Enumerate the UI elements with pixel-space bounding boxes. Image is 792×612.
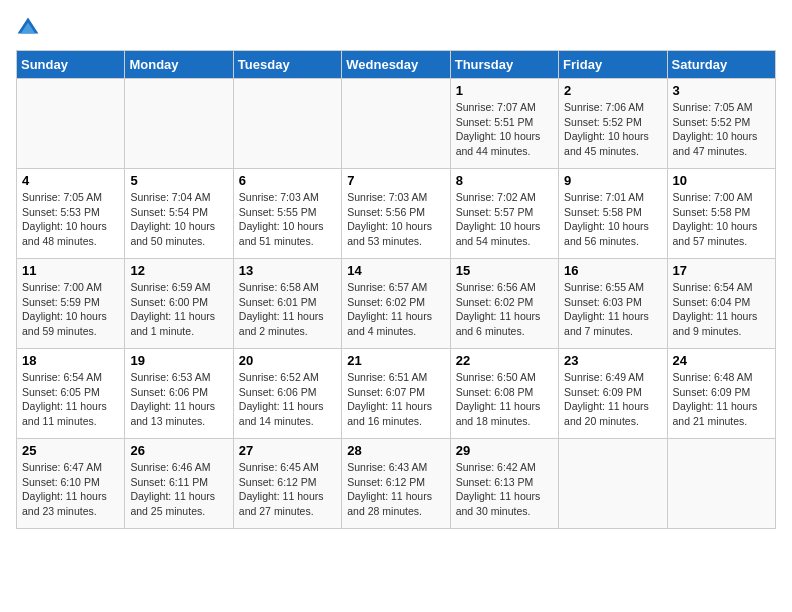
calendar-cell: 25Sunrise: 6:47 AMSunset: 6:10 PMDayligh… [17, 439, 125, 529]
header-wednesday: Wednesday [342, 51, 450, 79]
calendar-cell: 15Sunrise: 6:56 AMSunset: 6:02 PMDayligh… [450, 259, 558, 349]
day-info: Sunrise: 7:06 AMSunset: 5:52 PMDaylight:… [564, 100, 661, 159]
day-info: Sunrise: 6:52 AMSunset: 6:06 PMDaylight:… [239, 370, 336, 429]
calendar-cell: 4Sunrise: 7:05 AMSunset: 5:53 PMDaylight… [17, 169, 125, 259]
day-number: 20 [239, 353, 336, 368]
day-number: 11 [22, 263, 119, 278]
day-info: Sunrise: 6:50 AMSunset: 6:08 PMDaylight:… [456, 370, 553, 429]
header-monday: Monday [125, 51, 233, 79]
header-tuesday: Tuesday [233, 51, 341, 79]
day-number: 26 [130, 443, 227, 458]
day-number: 14 [347, 263, 444, 278]
day-number: 28 [347, 443, 444, 458]
calendar-cell: 27Sunrise: 6:45 AMSunset: 6:12 PMDayligh… [233, 439, 341, 529]
calendar-cell: 6Sunrise: 7:03 AMSunset: 5:55 PMDaylight… [233, 169, 341, 259]
day-info: Sunrise: 6:42 AMSunset: 6:13 PMDaylight:… [456, 460, 553, 519]
day-number: 8 [456, 173, 553, 188]
day-info: Sunrise: 6:46 AMSunset: 6:11 PMDaylight:… [130, 460, 227, 519]
day-info: Sunrise: 7:03 AMSunset: 5:55 PMDaylight:… [239, 190, 336, 249]
calendar-cell: 29Sunrise: 6:42 AMSunset: 6:13 PMDayligh… [450, 439, 558, 529]
day-number: 9 [564, 173, 661, 188]
week-row-3: 18Sunrise: 6:54 AMSunset: 6:05 PMDayligh… [17, 349, 776, 439]
day-info: Sunrise: 7:05 AMSunset: 5:53 PMDaylight:… [22, 190, 119, 249]
calendar-cell: 20Sunrise: 6:52 AMSunset: 6:06 PMDayligh… [233, 349, 341, 439]
calendar-cell [667, 439, 775, 529]
calendar-cell: 2Sunrise: 7:06 AMSunset: 5:52 PMDaylight… [559, 79, 667, 169]
day-number: 13 [239, 263, 336, 278]
calendar-cell: 17Sunrise: 6:54 AMSunset: 6:04 PMDayligh… [667, 259, 775, 349]
calendar-cell: 12Sunrise: 6:59 AMSunset: 6:00 PMDayligh… [125, 259, 233, 349]
day-number: 29 [456, 443, 553, 458]
day-info: Sunrise: 6:51 AMSunset: 6:07 PMDaylight:… [347, 370, 444, 429]
day-info: Sunrise: 7:01 AMSunset: 5:58 PMDaylight:… [564, 190, 661, 249]
day-number: 27 [239, 443, 336, 458]
calendar-cell [342, 79, 450, 169]
day-number: 5 [130, 173, 227, 188]
calendar-cell: 5Sunrise: 7:04 AMSunset: 5:54 PMDaylight… [125, 169, 233, 259]
day-number: 21 [347, 353, 444, 368]
day-info: Sunrise: 6:58 AMSunset: 6:01 PMDaylight:… [239, 280, 336, 339]
day-number: 19 [130, 353, 227, 368]
day-info: Sunrise: 7:04 AMSunset: 5:54 PMDaylight:… [130, 190, 227, 249]
day-number: 16 [564, 263, 661, 278]
calendar-cell: 16Sunrise: 6:55 AMSunset: 6:03 PMDayligh… [559, 259, 667, 349]
day-number: 24 [673, 353, 770, 368]
day-number: 23 [564, 353, 661, 368]
week-row-0: 1Sunrise: 7:07 AMSunset: 5:51 PMDaylight… [17, 79, 776, 169]
day-info: Sunrise: 6:54 AMSunset: 6:04 PMDaylight:… [673, 280, 770, 339]
calendar-cell: 26Sunrise: 6:46 AMSunset: 6:11 PMDayligh… [125, 439, 233, 529]
day-number: 6 [239, 173, 336, 188]
calendar-cell: 1Sunrise: 7:07 AMSunset: 5:51 PMDaylight… [450, 79, 558, 169]
calendar-cell [233, 79, 341, 169]
calendar-body: 1Sunrise: 7:07 AMSunset: 5:51 PMDaylight… [17, 79, 776, 529]
day-info: Sunrise: 6:43 AMSunset: 6:12 PMDaylight:… [347, 460, 444, 519]
calendar-cell: 22Sunrise: 6:50 AMSunset: 6:08 PMDayligh… [450, 349, 558, 439]
day-number: 10 [673, 173, 770, 188]
header-sunday: Sunday [17, 51, 125, 79]
day-number: 3 [673, 83, 770, 98]
day-number: 22 [456, 353, 553, 368]
calendar-table: SundayMondayTuesdayWednesdayThursdayFrid… [16, 50, 776, 529]
calendar-cell: 18Sunrise: 6:54 AMSunset: 6:05 PMDayligh… [17, 349, 125, 439]
calendar-cell: 28Sunrise: 6:43 AMSunset: 6:12 PMDayligh… [342, 439, 450, 529]
calendar-cell: 10Sunrise: 7:00 AMSunset: 5:58 PMDayligh… [667, 169, 775, 259]
day-info: Sunrise: 6:49 AMSunset: 6:09 PMDaylight:… [564, 370, 661, 429]
week-row-1: 4Sunrise: 7:05 AMSunset: 5:53 PMDaylight… [17, 169, 776, 259]
header-saturday: Saturday [667, 51, 775, 79]
calendar-cell: 3Sunrise: 7:05 AMSunset: 5:52 PMDaylight… [667, 79, 775, 169]
calendar-cell: 23Sunrise: 6:49 AMSunset: 6:09 PMDayligh… [559, 349, 667, 439]
day-info: Sunrise: 7:00 AMSunset: 5:58 PMDaylight:… [673, 190, 770, 249]
day-info: Sunrise: 6:56 AMSunset: 6:02 PMDaylight:… [456, 280, 553, 339]
calendar-cell: 24Sunrise: 6:48 AMSunset: 6:09 PMDayligh… [667, 349, 775, 439]
day-info: Sunrise: 7:00 AMSunset: 5:59 PMDaylight:… [22, 280, 119, 339]
calendar-header: SundayMondayTuesdayWednesdayThursdayFrid… [17, 51, 776, 79]
day-number: 15 [456, 263, 553, 278]
day-info: Sunrise: 6:48 AMSunset: 6:09 PMDaylight:… [673, 370, 770, 429]
calendar-cell: 8Sunrise: 7:02 AMSunset: 5:57 PMDaylight… [450, 169, 558, 259]
header-friday: Friday [559, 51, 667, 79]
day-info: Sunrise: 6:57 AMSunset: 6:02 PMDaylight:… [347, 280, 444, 339]
week-row-2: 11Sunrise: 7:00 AMSunset: 5:59 PMDayligh… [17, 259, 776, 349]
day-info: Sunrise: 7:07 AMSunset: 5:51 PMDaylight:… [456, 100, 553, 159]
day-info: Sunrise: 6:53 AMSunset: 6:06 PMDaylight:… [130, 370, 227, 429]
day-info: Sunrise: 6:47 AMSunset: 6:10 PMDaylight:… [22, 460, 119, 519]
calendar-cell: 11Sunrise: 7:00 AMSunset: 5:59 PMDayligh… [17, 259, 125, 349]
calendar-cell: 19Sunrise: 6:53 AMSunset: 6:06 PMDayligh… [125, 349, 233, 439]
day-number: 4 [22, 173, 119, 188]
calendar-cell [559, 439, 667, 529]
header-thursday: Thursday [450, 51, 558, 79]
header-row: SundayMondayTuesdayWednesdayThursdayFrid… [17, 51, 776, 79]
calendar-cell: 9Sunrise: 7:01 AMSunset: 5:58 PMDaylight… [559, 169, 667, 259]
logo-icon [16, 16, 40, 40]
day-info: Sunrise: 6:55 AMSunset: 6:03 PMDaylight:… [564, 280, 661, 339]
calendar-cell [17, 79, 125, 169]
day-info: Sunrise: 7:02 AMSunset: 5:57 PMDaylight:… [456, 190, 553, 249]
day-number: 2 [564, 83, 661, 98]
page-header [16, 16, 776, 40]
day-number: 12 [130, 263, 227, 278]
day-info: Sunrise: 7:05 AMSunset: 5:52 PMDaylight:… [673, 100, 770, 159]
calendar-cell [125, 79, 233, 169]
day-info: Sunrise: 6:59 AMSunset: 6:00 PMDaylight:… [130, 280, 227, 339]
day-number: 25 [22, 443, 119, 458]
logo [16, 16, 44, 40]
